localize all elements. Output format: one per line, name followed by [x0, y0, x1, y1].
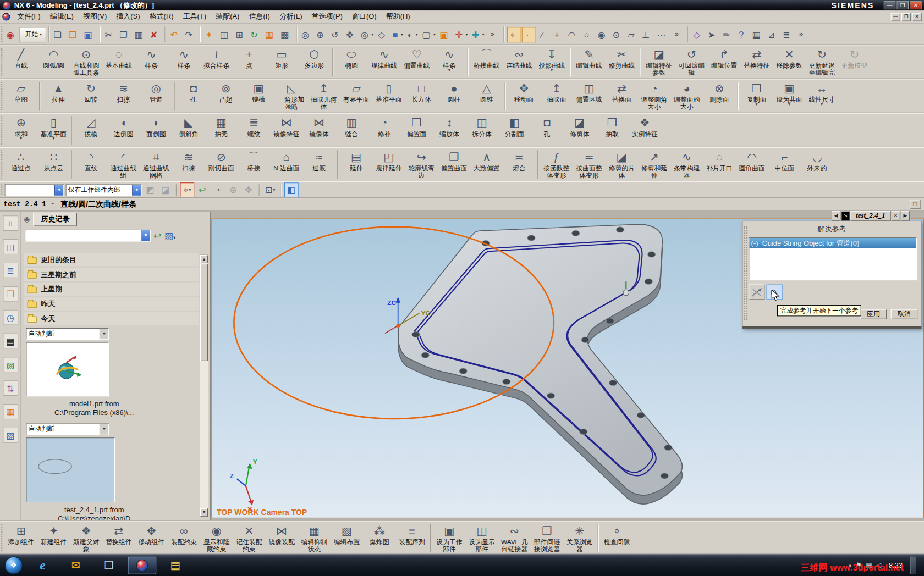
toolbar-button[interactable]: ⬭ 椭圆 [336, 46, 368, 78]
toolbar-button[interactable]: ❐ 偏置面 [400, 114, 433, 146]
toolbar-icon-button[interactable]: ▣ [438, 27, 453, 42]
menu-item[interactable]: 视图(V) [79, 10, 112, 23]
toolbar-icon-button[interactable]: ? [735, 27, 750, 42]
part-thumbnail[interactable] [26, 437, 115, 502]
chevron-down-icon[interactable]: ▼ [100, 328, 108, 339]
toolbar-icon-button[interactable]: ✏ [721, 27, 735, 42]
selection-tool-button[interactable]: ↩ [195, 182, 210, 198]
resource-bar-button[interactable]: ▧ [3, 428, 18, 443]
toolbar-button[interactable]: ▧ 编辑布置 [331, 522, 363, 553]
toolbar-icon-button[interactable]: ❏ [52, 27, 66, 42]
toolbar-button[interactable]: ≋ 扫掠 [172, 148, 205, 180]
toolbar-button[interactable]: ╱ 直线 [5, 46, 37, 78]
toolbar-icon-button[interactable]: ↺ [329, 27, 344, 42]
toolbar-button[interactable]: ∾ 连结曲线 [503, 46, 535, 78]
toolbar-icon-button[interactable]: ⊙ [610, 27, 625, 42]
chevron-down-icon[interactable]: ▼ [141, 230, 150, 241]
show-desktop-button[interactable] [910, 556, 916, 574]
toolbar-icon-button[interactable]: ○ [581, 27, 595, 42]
resource-bar-button[interactable]: ▦ [3, 404, 18, 419]
toolbar-icon-button[interactable]: ▦ [750, 27, 765, 42]
toolbar-button[interactable]: ❒ 部件间链接浏览器 [531, 522, 563, 553]
selection-tool-button[interactable]: ◧ [284, 182, 299, 198]
toolbar-button[interactable]: ↔ 线性尺寸 ▾ [806, 80, 838, 112]
toolbar-button[interactable]: ✳ 关系浏览器 [563, 522, 596, 553]
toolbar-button[interactable]: ∿ 条带构建器 [670, 148, 703, 180]
toolbar-button[interactable]: ◔ 修补 [368, 114, 400, 146]
selection-tool-button[interactable]: ◪ [159, 182, 173, 198]
toolbar-icon-button[interactable]: ❒ [67, 27, 81, 42]
toolbar-button[interactable]: ▣ 设为工作部件 [433, 522, 465, 553]
toolbar-button[interactable]: ≈ 过渡 [302, 148, 335, 180]
reference-list-item[interactable]: (-)_Guide String Object for 管道(0) [749, 238, 916, 248]
toolbar-button[interactable]: ◡ 外来的 [801, 148, 833, 180]
toolbar-button[interactable]: ⋈ 镜像特征 [270, 114, 302, 146]
close-button[interactable]: ✕ [910, 1, 922, 9]
toolbar-button[interactable]: ◘ 孔 [531, 114, 563, 146]
toolbar-icon-button[interactable]: ◠ [566, 27, 580, 42]
chevron-down-icon[interactable]: ▼ [132, 185, 141, 195]
tab-pop-button[interactable]: ↘ [841, 211, 850, 221]
history-search-combo[interactable]: ▼ [25, 230, 150, 241]
menu-item[interactable]: 信息(I) [244, 10, 274, 23]
start-button[interactable]: ❖ [5, 556, 23, 574]
undo-arrow-icon[interactable]: ↩ [153, 230, 161, 241]
history-entry[interactable]: 自动判断 ▼ model1.prt from [26, 328, 197, 417]
toolbar-button[interactable]: ◫ 拆分体 [465, 114, 498, 146]
toolbar-button[interactable]: ⌐ 中位面 [768, 148, 801, 180]
toolbar-icon-button[interactable]: ✘ [148, 27, 163, 42]
toolbar-button[interactable]: ✦ 新建组件 [37, 522, 70, 553]
resource-bar-button[interactable]: ⌗ [3, 215, 18, 231]
toolbar-button[interactable]: □ 长方体 [405, 80, 438, 112]
toolbar-button[interactable]: ≡ 装配序列 [395, 522, 428, 553]
toolbar-button[interactable]: ⁂ 爆炸图 [363, 522, 395, 553]
toolbar-icon-button[interactable]: ▢ ▾ [420, 27, 437, 42]
toolbar-button[interactable]: ∿ 样条 [135, 46, 168, 78]
toolbar-icon-button[interactable]: ◎ [300, 27, 314, 42]
taskbar-item-explorer[interactable]: ▤ [161, 556, 190, 574]
toolbar-button[interactable]: ◫ 偏置区域 [573, 80, 605, 112]
toolbar-button[interactable]: ❒ 抽取 [596, 114, 628, 146]
toolbar-icon-button[interactable]: ✛ ▾ [453, 27, 469, 42]
toolbar-button[interactable]: ◫ 设为显示部件 [465, 522, 498, 553]
menu-item[interactable]: 装配(A) [211, 10, 244, 23]
tab-prev-button[interactable]: ◀ [832, 211, 840, 221]
menu-item[interactable]: 帮助(H) [381, 10, 415, 23]
toolbar-button[interactable]: ◰ 规律延伸 [372, 148, 405, 180]
toolbar-button[interactable]: ↱ 编辑位置 [708, 46, 740, 78]
toolbar-icon-button[interactable]: ■ ▾ [391, 27, 405, 42]
cancel-button[interactable]: 取消 [891, 309, 917, 319]
toolbar-button[interactable]: ◪ 编辑特征参数 [642, 46, 675, 78]
toolbar-icon-button[interactable]: ⊥ [640, 27, 654, 42]
toolbar-button[interactable]: ✕ 移除参数 [773, 46, 805, 78]
mdi-restore-button[interactable]: ❐ [901, 13, 911, 21]
toolbar-button[interactable]: ⌒ 桥接 [238, 148, 270, 180]
selection-tool-button[interactable]: ◩ [144, 182, 158, 198]
toolbar-button[interactable]: ❐ 复制面 ▾ [740, 80, 773, 112]
toolbar-icon-button[interactable]: ◐ ▾ [405, 27, 420, 42]
toolbar-icon-button[interactable]: + [551, 27, 565, 42]
toolbar-icon-button[interactable]: ➤ [706, 27, 721, 42]
toolbar-icon-button[interactable]: ◎ ▾ [359, 27, 376, 42]
resource-bar-button[interactable]: ❒ [3, 286, 18, 302]
toolbar-button[interactable]: ▦ 抽壳 [205, 114, 238, 146]
toolbar-button[interactable]: ∞ 装配约束 [168, 522, 200, 553]
toolbar-button[interactable]: ◺ 三角形加强筋 [275, 80, 307, 112]
toolbar-icon-button[interactable]: » [487, 27, 501, 42]
toolbar-button[interactable]: ≍ 熔合 [503, 148, 535, 180]
toolbar-button[interactable]: ◌ 基本曲线 [102, 46, 135, 78]
history-search-input[interactable] [25, 231, 141, 240]
selection-tool-button[interactable]: ⊡ ▾ [263, 182, 277, 198]
toolbar-button[interactable]: ▯ 基准平面 ▾ [37, 114, 70, 146]
status-bar-button[interactable]: ❒ [910, 200, 920, 209]
selection-scope-combo[interactable]: 仅在工作部件内部 ▼ [66, 184, 142, 196]
menu-item[interactable]: 分析(L) [274, 10, 307, 23]
toolbar-button[interactable]: ◗ 面倒圆 [140, 114, 172, 146]
toolbar-button[interactable]: ↻ 回转 [75, 80, 107, 112]
menu-item[interactable]: 文件(F) [13, 10, 46, 23]
toolbar-icon-button[interactable]: ✦ [204, 27, 218, 42]
toolbar-button[interactable]: ⌒ 桥接曲线 [470, 46, 503, 78]
toolbar-button[interactable]: ▯ 基准平面 [372, 80, 405, 112]
toolbar-button[interactable]: ∾ WAVE 几何链接器 [498, 522, 531, 553]
taskbar-item-mail[interactable]: ✉ [62, 556, 90, 574]
